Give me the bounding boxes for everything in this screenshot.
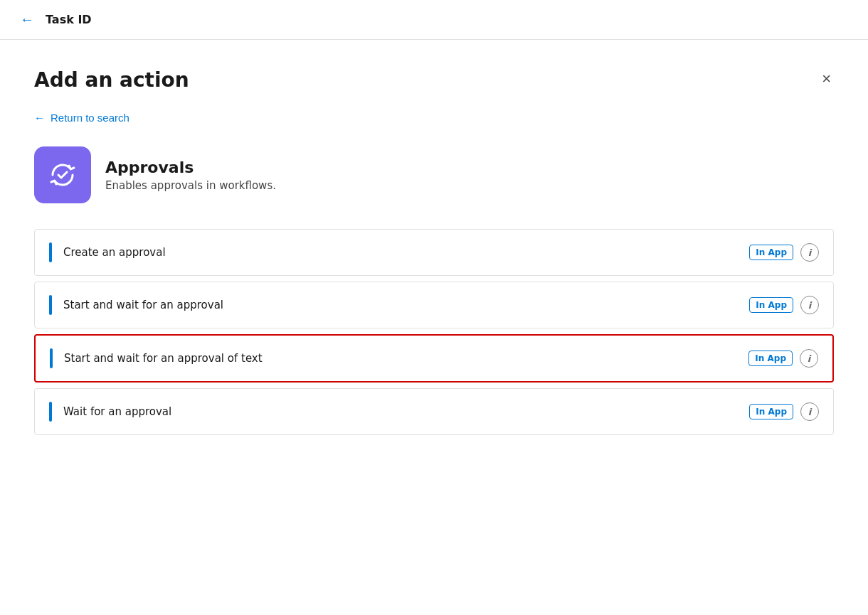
action-item-start-wait-approval[interactable]: Start and wait for an approval In App i — [34, 282, 834, 328]
info-icon[interactable]: i — [800, 402, 819, 421]
action-left-bar — [50, 348, 53, 368]
return-arrow-icon: ← — [34, 112, 45, 124]
in-app-badge: In App — [749, 245, 793, 260]
panel-header-row: Add an action × — [34, 68, 834, 92]
in-app-badge: In App — [749, 404, 793, 419]
action-item-left: Wait for an approval — [49, 402, 171, 422]
action-left-bar — [49, 295, 52, 315]
action-item-wait-approval[interactable]: Wait for an approval In App i — [34, 388, 834, 435]
action-label: Start and wait for an approval — [63, 299, 223, 311]
connector-info: Approvals Enables approvals in workflows… — [34, 146, 834, 203]
header: ← Task ID — [0, 0, 868, 40]
panel: Add an action × ← Return to search Appro… — [0, 40, 868, 469]
action-item-start-wait-approval-text[interactable]: Start and wait for an approval of text I… — [34, 334, 834, 383]
panel-title: Add an action — [34, 68, 189, 92]
connector-text: Approvals Enables approvals in workflows… — [105, 159, 276, 192]
action-right: In App i — [749, 296, 819, 314]
connector-name: Approvals — [105, 159, 276, 176]
connector-icon — [34, 146, 91, 203]
action-item-left: Create an approval — [49, 242, 166, 262]
close-button[interactable]: × — [819, 68, 834, 90]
action-list: Create an approval In App i Start and wa… — [34, 229, 834, 441]
action-item-create-approval[interactable]: Create an approval In App i — [34, 229, 834, 276]
action-label: Create an approval — [63, 246, 166, 259]
action-left-bar — [49, 242, 52, 262]
action-left-bar — [49, 402, 52, 422]
info-icon[interactable]: i — [800, 296, 819, 314]
action-right: In App i — [749, 243, 819, 262]
action-label: Start and wait for an approval of text — [64, 352, 263, 365]
header-title: Task ID — [46, 13, 92, 26]
action-right: In App i — [749, 402, 819, 421]
approvals-svg-icon — [46, 158, 80, 192]
header-back-icon: ← — [20, 11, 34, 28]
return-to-search-button[interactable]: ← Return to search — [34, 112, 129, 124]
info-icon[interactable]: i — [800, 349, 818, 368]
action-right: In App i — [748, 349, 818, 368]
in-app-badge: In App — [749, 297, 793, 313]
in-app-badge: In App — [748, 351, 793, 366]
action-item-left: Start and wait for an approval — [49, 295, 223, 315]
info-icon[interactable]: i — [800, 243, 819, 262]
return-to-search-label: Return to search — [51, 112, 129, 124]
action-label: Wait for an approval — [63, 405, 171, 418]
connector-description: Enables approvals in workflows. — [105, 179, 276, 192]
header-back-button[interactable]: ← — [17, 9, 37, 31]
action-item-left: Start and wait for an approval of text — [50, 348, 263, 368]
